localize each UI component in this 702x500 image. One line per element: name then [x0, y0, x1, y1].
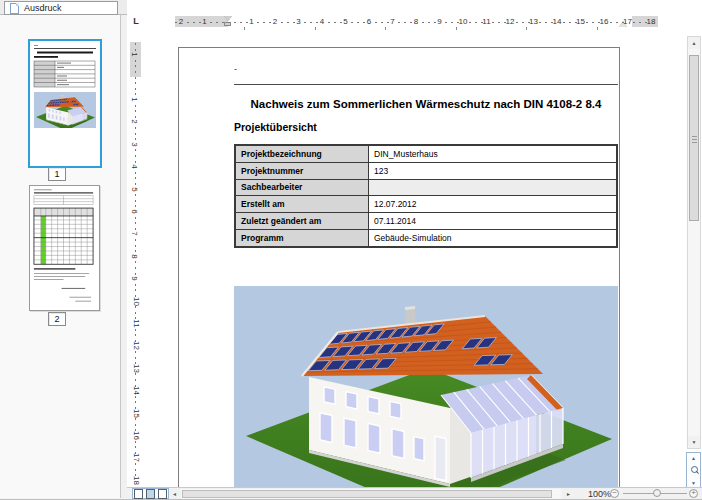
- horizontal-ruler: 21123456789101112131415161718: [148, 14, 658, 30]
- ruler-number: 13: [132, 364, 141, 373]
- document-page: - Nachweis zum Sommerlichen Wärmeschutz …: [178, 47, 620, 487]
- table-label-cell: Projektbezeichnung: [235, 145, 369, 162]
- scroll-up-button[interactable]: ▲: [688, 37, 700, 49]
- scroll-left-button[interactable]: ◄: [169, 489, 180, 499]
- section-heading: Projektübersicht: [234, 121, 317, 133]
- table-label-cell: Projektnummer: [235, 162, 369, 179]
- next-page-icon: ▼: [691, 480, 696, 486]
- tab-ausdruck[interactable]: Ausdruck: [4, 1, 118, 15]
- document-title: Nachweis zum Sommerlichen Wärmeschutz na…: [234, 98, 618, 110]
- ruler-number: 18: [132, 476, 141, 485]
- zoom-in-icon: +: [691, 488, 696, 497]
- view-mode-button-group: [132, 488, 169, 499]
- scroll-down-icon: ▼: [692, 439, 697, 445]
- page-number-badge-1: 1: [48, 167, 66, 181]
- select-browse-object-button[interactable]: [688, 465, 699, 476]
- vertical-scrollbar-thumb[interactable]: [689, 55, 699, 221]
- vertical-scrollbar[interactable]: ▲ ▼: [687, 36, 701, 449]
- ruler-number: 8: [130, 254, 139, 258]
- tab-label: Ausdruck: [24, 3, 62, 13]
- zoom-out-button[interactable]: −: [610, 489, 619, 498]
- previous-page-button[interactable]: ▲: [688, 453, 699, 464]
- ruler-number: 1: [130, 52, 139, 56]
- magnifier-icon: [691, 466, 698, 473]
- ruler-number: 7: [130, 232, 139, 236]
- table-label-cell: Programm: [235, 229, 369, 246]
- ruler-number: 3: [130, 142, 139, 146]
- zoom-in-button[interactable]: +: [689, 489, 698, 498]
- table-label-cell: Erstellt am: [235, 196, 369, 213]
- scroll-up-icon: ▲: [692, 40, 697, 46]
- table-value-cell: [369, 179, 618, 196]
- ruler-number: 12: [132, 341, 141, 350]
- previous-page-icon: ▲: [691, 455, 696, 461]
- ruler-number: 6: [130, 209, 139, 213]
- single-page-view-button[interactable]: [134, 489, 143, 499]
- zoom-level-label: 100%: [579, 489, 611, 499]
- page-thumbnail-1[interactable]: [28, 39, 102, 168]
- ruler-number: 11: [132, 319, 141, 327]
- ruler-number: 17: [132, 453, 141, 462]
- ruler-number: 10: [132, 297, 141, 306]
- table-label-cell: Sachbearbeiter: [235, 179, 369, 196]
- scroll-right-button[interactable]: ►: [563, 489, 574, 499]
- page-number-badge-2: 2: [48, 312, 66, 326]
- page-thumbnail-2[interactable]: [29, 185, 100, 311]
- ruler-number: 16: [132, 431, 141, 440]
- ruler-number: 15: [132, 409, 141, 418]
- horizontal-scrollbar-thumb[interactable]: [182, 490, 552, 498]
- full-page-view-button[interactable]: [158, 489, 167, 499]
- page-1-miniature: [30, 41, 100, 166]
- ruler-number: 2: [130, 120, 139, 124]
- horizontal-scrollbar-track[interactable]: [181, 489, 561, 499]
- table-value-cell: Gebäude-Simulation: [369, 229, 618, 246]
- scroll-right-icon: ►: [566, 491, 571, 497]
- scroll-left-icon: ◄: [172, 491, 177, 497]
- house-illustration: [234, 286, 618, 487]
- tab-stop-selector[interactable]: L: [130, 15, 142, 27]
- vertical-ruler: 1123456789101112131415161718: [129, 30, 143, 488]
- page-2-miniature: [30, 186, 99, 310]
- table-row: Erstellt am12.07.2012: [235, 196, 617, 213]
- ruler-number: 1: [130, 97, 139, 101]
- table-row: Projektnummer123: [235, 162, 617, 179]
- zoom-slider-handle[interactable]: [653, 489, 661, 497]
- ruler-number: 5: [130, 187, 139, 191]
- thumbnail-panel: 1: [0, 15, 121, 498]
- table-value-cell: 123: [369, 162, 618, 179]
- project-table: ProjektbezeichnungDIN_MusterhausProjektn…: [234, 144, 618, 248]
- house-rendering: [234, 286, 618, 487]
- table-row: Zuletzt geändert am07.11.2014: [235, 213, 617, 230]
- table-value-cell: 07.11.2014: [369, 213, 618, 230]
- table-row: ProjektbezeichnungDIN_Musterhaus: [235, 145, 617, 162]
- zoom-out-icon: −: [612, 488, 617, 497]
- table-label-cell: Zuletzt geändert am: [235, 213, 369, 230]
- first-line-indent-marker[interactable]: [224, 16, 232, 21]
- ruler-number: 14: [132, 386, 141, 395]
- table-value-cell: 12.07.2012: [369, 196, 618, 213]
- ruler-number: 9: [130, 276, 139, 280]
- ruler-number: 4: [130, 164, 139, 168]
- scroll-down-button[interactable]: ▼: [688, 436, 700, 448]
- document-viewport[interactable]: - Nachweis zum Sommerlichen Wärmeschutz …: [143, 30, 687, 487]
- header-rule: [234, 84, 618, 85]
- table-value-cell: DIN_Musterhaus: [369, 145, 618, 162]
- table-row: ProgrammGebäude-Simulation: [235, 229, 617, 246]
- multi-page-view-button[interactable]: [146, 489, 155, 499]
- page-navigation-group: ▲ ▼: [686, 452, 701, 490]
- document-icon: [10, 3, 19, 14]
- header-mark: -: [234, 64, 237, 74]
- table-row: Sachbearbeiter: [235, 179, 617, 196]
- print-preview-window: Ausdruck: [0, 0, 702, 500]
